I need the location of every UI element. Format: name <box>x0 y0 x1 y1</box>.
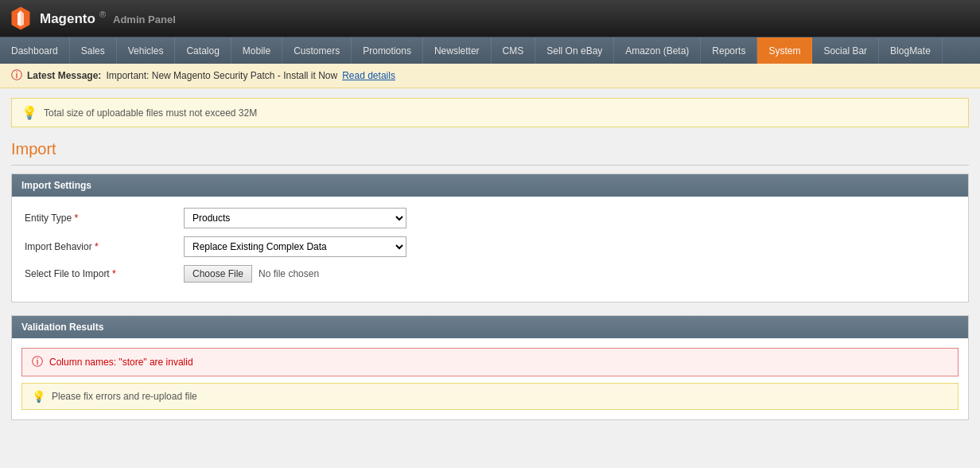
page-title-area: Import <box>0 137 980 174</box>
select-file-required: * <box>112 268 116 279</box>
validation-notice-message: 💡 Please fix errors and re-upload file <box>21 383 959 410</box>
alert-icon: ⓘ <box>11 68 22 83</box>
file-chosen-text: No file chosen <box>259 268 319 279</box>
main-content: Import Settings Entity Type * Products C… <box>0 174 980 420</box>
import-settings-title: Import Settings <box>21 180 91 191</box>
nav-item-dashboard[interactable]: Dashboard <box>0 37 70 64</box>
import-behavior-select[interactable]: Add/Update Complex Data Replace Existing… <box>184 236 406 257</box>
nav-item-amazon-beta[interactable]: Amazon (Beta) <box>614 37 701 64</box>
nav-item-cms[interactable]: CMS <box>492 37 536 64</box>
notice-icon: 💡 <box>21 105 37 120</box>
notice-message: Total size of uploadable files must not … <box>44 107 257 119</box>
logo-subtitle: Admin Panel <box>113 14 176 25</box>
import-settings-body: Entity Type * Products Customers Custome… <box>12 197 968 302</box>
alert-read-details-link[interactable]: Read details <box>342 70 395 81</box>
entity-type-select[interactable]: Products Customers Customer Addresses <box>184 208 406 228</box>
entity-type-row: Entity Type * Products Customers Custome… <box>25 208 955 228</box>
magento-logo-icon <box>8 6 33 31</box>
import-settings-section: Import Settings Entity Type * Products C… <box>11 174 969 302</box>
entity-type-label: Entity Type * <box>25 213 184 224</box>
error-icon: ⓘ <box>32 355 43 369</box>
import-behavior-label: Import Behavior * <box>25 241 184 252</box>
entity-type-control: Products Customers Customer Addresses <box>184 208 422 228</box>
import-behavior-row: Import Behavior * Add/Update Complex Dat… <box>25 236 955 257</box>
import-behavior-control: Add/Update Complex Data Replace Existing… <box>184 236 422 257</box>
nav-item-sales[interactable]: Sales <box>70 37 117 64</box>
validation-results-body: ⓘ Column names: "store" are invalid 💡 Pl… <box>12 338 968 419</box>
nav-item-social-bar[interactable]: Social Bar <box>812 37 879 64</box>
select-file-control: Choose File No file chosen <box>184 265 422 283</box>
nav-item-sell-on-ebay[interactable]: Sell On eBay <box>535 37 614 64</box>
page-title: Import <box>11 140 969 166</box>
nav-item-promotions[interactable]: Promotions <box>352 37 423 64</box>
alert-bar: ⓘ Latest Message: Important: New Magento… <box>0 64 980 88</box>
validation-results-header: Validation Results <box>12 316 968 338</box>
entity-type-required: * <box>75 213 79 224</box>
nav-item-catalog[interactable]: Catalog <box>175 37 231 64</box>
nav-item-vehicles[interactable]: Vehicles <box>117 37 176 64</box>
nav-item-newsletter[interactable]: Newsletter <box>423 37 492 64</box>
nav-item-mobile[interactable]: Mobile <box>231 37 282 64</box>
validation-error-message: ⓘ Column names: "store" are invalid <box>21 348 959 376</box>
choose-file-button[interactable]: Choose File <box>184 265 252 283</box>
logo-brand: Magento <box>40 11 95 26</box>
nav-item-customers[interactable]: Customers <box>282 37 352 64</box>
logo-text-area: Magento ® Admin Panel <box>40 10 176 27</box>
logo: Magento ® Admin Panel <box>8 6 176 31</box>
select-file-row: Select File to Import * Choose File No f… <box>25 265 955 283</box>
file-input-area: Choose File No file chosen <box>184 265 422 283</box>
nav-item-reports[interactable]: Reports <box>701 37 757 64</box>
nav-item-system[interactable]: System <box>757 37 812 64</box>
logo-trademark: ® <box>99 10 106 19</box>
warning-icon: 💡 <box>32 390 45 403</box>
error-text: Column names: "store" are invalid <box>49 357 193 368</box>
validation-results-section: Validation Results ⓘ Column names: "stor… <box>11 315 969 420</box>
upload-notice: 💡 Total size of uploadable files must no… <box>11 98 969 127</box>
main-nav: Dashboard Sales Vehicles Catalog Mobile … <box>0 37 980 64</box>
alert-message: Important: New Magento Security Patch - … <box>106 70 337 81</box>
nav-item-blogmate[interactable]: BlogMate <box>879 37 943 64</box>
validation-results-title: Validation Results <box>21 322 103 333</box>
import-behavior-required: * <box>95 241 99 252</box>
app-header: Magento ® Admin Panel <box>0 0 980 37</box>
alert-label: Latest Message: <box>27 70 101 81</box>
notice-text: Please fix errors and re-upload file <box>52 391 197 402</box>
import-settings-header: Import Settings <box>12 174 968 197</box>
select-file-label: Select File to Import * <box>25 268 184 279</box>
